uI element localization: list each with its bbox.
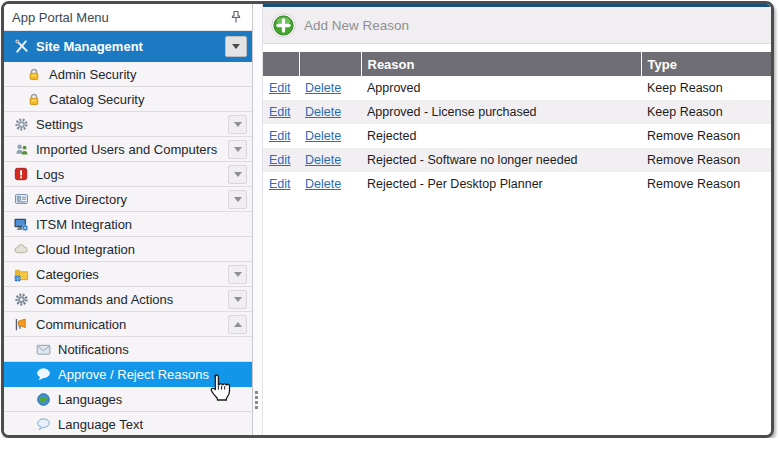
lock-icon <box>25 66 43 83</box>
column-header-edit <box>263 52 299 76</box>
main-panel: Add New Reason Reason Type Edit Delete A… <box>263 4 771 435</box>
delete-link[interactable]: Delete <box>305 153 341 167</box>
sidebar-item-catalog-security[interactable]: Catalog Security <box>4 87 252 112</box>
chevron-down-icon[interactable] <box>228 115 247 134</box>
type-cell: Keep Reason <box>641 100 771 124</box>
toolbar: Add New Reason <box>263 7 771 44</box>
edit-link[interactable]: Edit <box>269 153 291 167</box>
edit-link[interactable]: Edit <box>269 81 291 95</box>
table-row: Edit Delete Rejected Remove Reason <box>263 124 771 148</box>
speech-bubble-icon <box>34 416 52 433</box>
reason-cell: Rejected <box>361 124 641 148</box>
sidebar-item-label: Language Text <box>58 417 143 432</box>
sidebar-item-communication[interactable]: Communication <box>4 312 252 337</box>
delete-link[interactable]: Delete <box>305 105 341 119</box>
chevron-down-icon[interactable] <box>228 265 247 284</box>
spacer <box>263 44 771 52</box>
add-new-reason-label: Add New Reason <box>304 18 409 33</box>
sidebar-item-label: Site Management <box>36 39 143 54</box>
column-header-type: Type <box>641 52 771 76</box>
reason-cell: Rejected - Software no longer needed <box>361 148 641 172</box>
delete-link[interactable]: Delete <box>305 177 341 191</box>
sidebar-item-settings[interactable]: Settings <box>4 112 252 137</box>
sidebar-item-label: Imported Users and Computers <box>36 142 217 157</box>
delete-link[interactable]: Delete <box>305 81 341 95</box>
sidebar-item-site-management[interactable]: Site Management <box>4 31 252 62</box>
splitter-grip[interactable] <box>255 391 258 409</box>
sidebar-item-label: Admin Security <box>49 67 136 82</box>
sidebar-item-label: Catalog Security <box>49 92 144 107</box>
chevron-up-icon[interactable] <box>228 315 247 334</box>
gear-icon <box>12 116 30 133</box>
table-row: Edit Delete Approved Keep Reason <box>263 76 771 100</box>
chevron-down-icon[interactable] <box>228 290 247 309</box>
sidebar-item-label: ITSM Integration <box>36 217 132 232</box>
sidebar-item-commands-and-actions[interactable]: Commands and Actions <box>4 287 252 312</box>
reason-cell: Approved <box>361 76 641 100</box>
type-cell: Remove Reason <box>641 148 771 172</box>
reason-cell: Rejected - Per Desktop Planner <box>361 172 641 196</box>
sidebar-item-label: Cloud Integration <box>36 242 135 257</box>
sidebar: App Portal Menu Site Management <box>4 4 252 435</box>
add-plus-icon <box>271 13 296 38</box>
sidebar-item-label: Notifications <box>58 342 129 357</box>
reasons-table: Reason Type Edit Delete Approved Keep Re… <box>263 52 771 196</box>
globe-icon <box>34 391 52 408</box>
envelope-icon <box>34 341 52 358</box>
lock-icon <box>25 91 43 108</box>
sidebar-item-admin-security[interactable]: Admin Security <box>4 62 252 87</box>
contact-card-icon <box>12 191 30 208</box>
sidebar-title: App Portal Menu <box>12 10 228 25</box>
sidebar-item-active-directory[interactable]: Active Directory <box>4 187 252 212</box>
reason-cell: Approved - License purchased <box>361 100 641 124</box>
app-portal-window: App Portal Menu Site Management <box>1 1 774 438</box>
error-log-icon <box>12 166 30 183</box>
chevron-down-icon[interactable] <box>228 190 247 209</box>
sidebar-item-logs[interactable]: Logs <box>4 162 252 187</box>
sidebar-item-label: Categories <box>36 267 99 282</box>
folder-gear-icon <box>12 266 30 283</box>
type-cell: Remove Reason <box>641 172 771 196</box>
sidebar-item-label: Active Directory <box>36 192 127 207</box>
sidebar-item-notifications[interactable]: Notifications <box>4 337 252 362</box>
column-header-delete <box>299 52 361 76</box>
chevron-down-icon[interactable] <box>228 165 247 184</box>
table-row: Edit Delete Approved - License purchased… <box>263 100 771 124</box>
sidebar-item-label: Approve / Reject Reasons <box>58 367 209 382</box>
chevron-down-icon[interactable] <box>228 140 247 159</box>
table-header-row: Reason Type <box>263 52 771 76</box>
sidebar-item-cloud-integration[interactable]: Cloud Integration <box>4 237 252 262</box>
sidebar-item-label: Logs <box>36 167 64 182</box>
type-cell: Keep Reason <box>641 76 771 100</box>
speech-bubble-icon <box>34 366 52 383</box>
sidebar-item-label: Commands and Actions <box>36 292 173 307</box>
sidebar-item-categories[interactable]: Categories <box>4 262 252 287</box>
type-cell: Remove Reason <box>641 124 771 148</box>
delete-link[interactable]: Delete <box>305 129 341 143</box>
monitor-gear-icon <box>12 216 30 233</box>
users-icon <box>12 141 30 158</box>
chevron-down-icon[interactable] <box>225 36 247 57</box>
tools-icon <box>12 38 30 55</box>
sidebar-splitter[interactable] <box>252 4 263 435</box>
sidebar-item-language-text[interactable]: Language Text <box>4 412 252 435</box>
cloud-icon <box>12 241 30 258</box>
sidebar-header: App Portal Menu <box>4 4 252 31</box>
gear-icon <box>12 291 30 308</box>
sidebar-item-approve-reject-reasons[interactable]: Approve / Reject Reasons <box>4 362 252 387</box>
table-row: Edit Delete Rejected - Per Desktop Plann… <box>263 172 771 196</box>
column-header-reason: Reason <box>361 52 641 76</box>
sidebar-item-languages[interactable]: Languages <box>4 387 252 412</box>
edit-link[interactable]: Edit <box>269 177 291 191</box>
megaphone-icon <box>12 316 30 333</box>
add-new-reason-button[interactable]: Add New Reason <box>271 13 409 38</box>
edit-link[interactable]: Edit <box>269 129 291 143</box>
sidebar-item-itsm-integration[interactable]: ITSM Integration <box>4 212 252 237</box>
sidebar-item-label: Languages <box>58 392 122 407</box>
sidebar-item-label: Settings <box>36 117 83 132</box>
sidebar-item-label: Communication <box>36 317 126 332</box>
sidebar-item-imported-users-and-computers[interactable]: Imported Users and Computers <box>4 137 252 162</box>
pin-icon[interactable] <box>228 9 244 25</box>
table-row: Edit Delete Rejected - Software no longe… <box>263 148 771 172</box>
edit-link[interactable]: Edit <box>269 105 291 119</box>
